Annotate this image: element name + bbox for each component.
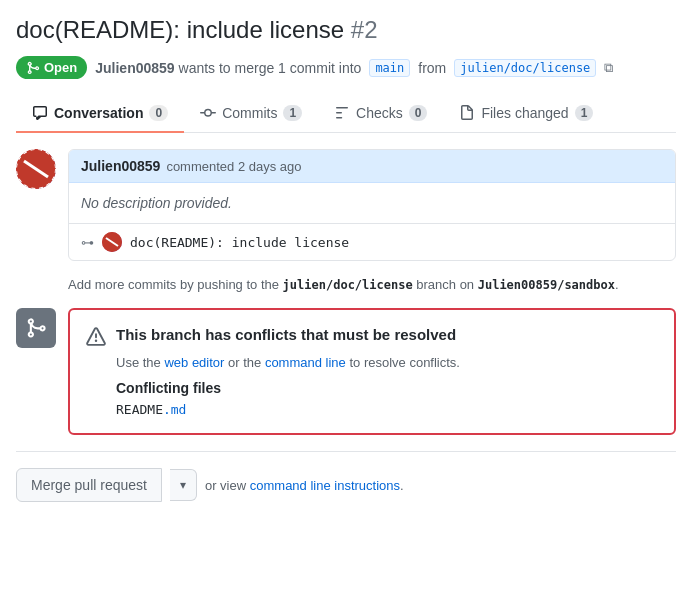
merge-icon [25,317,47,339]
avatar-svg [16,149,56,189]
comment-body: No description provided. [69,183,675,223]
merge-section: This branch has conflicts that must be r… [16,308,676,435]
commit-message: doc(README): include license [130,235,349,250]
command-line-link[interactable]: command line [265,355,346,370]
tabs-bar: Conversation 0 Commits 1 Checks 0 Files … [16,95,676,133]
content-area: Julien00859 commented 2 days ago No desc… [16,133,676,502]
info-repo: Julien00859/sandbox [478,278,615,292]
files-changed-icon [459,105,475,121]
avatar-image [16,149,56,189]
merge-options-button[interactable]: ▾ [170,469,197,501]
commit-avatar [102,232,122,252]
comment-header: Julien00859 commented 2 days ago [69,150,675,183]
issue-number: #2 [351,16,378,43]
git-merge-icon [26,61,40,75]
pr-meta: Open Julien00859 wants to merge 1 commit… [16,56,676,79]
copy-icon[interactable]: ⧉ [604,60,613,76]
conflict-header: This branch has conflicts that must be r… [86,326,658,347]
web-editor-link[interactable]: web editor [164,355,224,370]
tab-commits-count: 1 [283,105,302,121]
tab-conversation-count: 0 [149,105,168,121]
comment-text: No description provided. [81,195,663,211]
conflict-desc: Use the web editor or the command line t… [116,355,658,370]
merge-btn-area: Merge pull request ▾ or view command lin… [16,451,676,502]
info-text: Add more commits by pushing to the julie… [16,277,676,292]
conversation-icon [32,105,48,121]
avatar [16,149,56,189]
tab-conversation-label: Conversation [54,105,143,121]
commit-branch-icon: ⊶ [81,235,94,250]
conflict-file: README.md [116,402,658,417]
tab-files-changed-label: Files changed [481,105,568,121]
tab-checks[interactable]: Checks 0 [318,95,443,133]
tab-commits[interactable]: Commits 1 [184,95,318,133]
comment-timestamp: commented 2 days ago [166,159,301,174]
merge-icon-column [16,308,56,435]
tab-files-changed-count: 1 [575,105,594,121]
pr-meta-description: Julien00859 wants to merge 1 commit into [95,60,361,76]
comment-box: Julien00859 commented 2 days ago No desc… [68,149,676,261]
warning-icon [86,327,106,347]
commits-icon [200,105,216,121]
info-branch: julien/doc/license [283,278,413,292]
tab-checks-count: 0 [409,105,428,121]
tab-files-changed[interactable]: Files changed 1 [443,95,609,133]
tab-conversation[interactable]: Conversation 0 [16,95,184,133]
view-cmdline-text: or view command line instructions. [205,478,404,493]
merge-pull-request-button[interactable]: Merge pull request [16,468,162,502]
base-branch-label[interactable]: main [369,59,410,77]
conflict-title: This branch has conflicts that must be r… [116,326,456,343]
tab-commits-label: Commits [222,105,277,121]
checks-icon [334,105,350,121]
conflict-files-title: Conflicting files [116,380,658,396]
commit-avatar-svg [102,232,122,252]
commit-ref: ⊶ doc(README): include license [69,223,675,260]
conflict-file-ext: .md [163,402,186,417]
merge-icon-box [16,308,56,348]
command-line-instructions-link[interactable]: command line instructions [250,478,400,493]
commenter-name: Julien00859 [81,158,160,174]
head-branch-label[interactable]: julien/doc/license [454,59,596,77]
comment-wrapper: Julien00859 commented 2 days ago No desc… [16,149,676,261]
open-label: Open [44,60,77,75]
page-title: doc(README): include license #2 [16,16,676,44]
status-badge: Open [16,56,87,79]
tab-checks-label: Checks [356,105,403,121]
conflict-box: This branch has conflicts that must be r… [68,308,676,435]
title-text: doc(README): include license [16,16,344,43]
from-text: from [418,60,446,76]
